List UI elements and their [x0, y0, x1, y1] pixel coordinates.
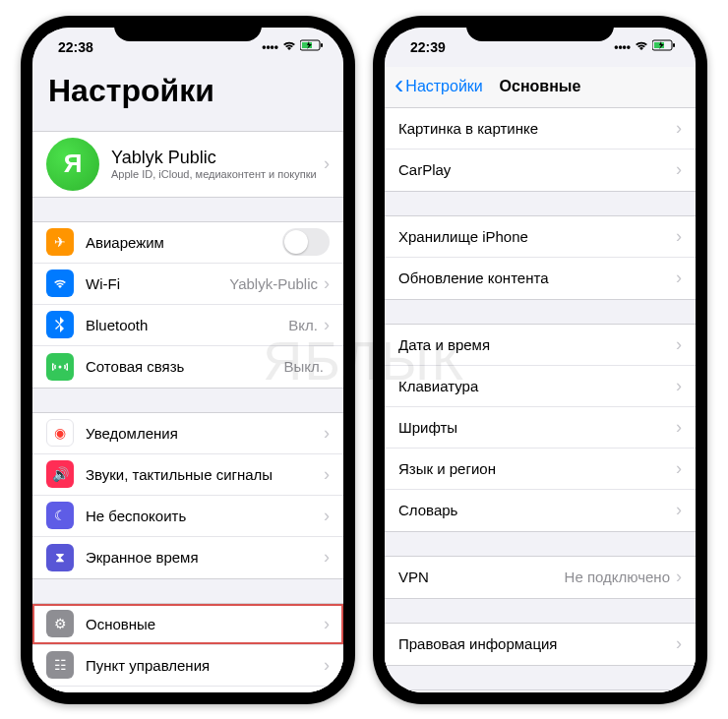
- row-carplay[interactable]: CarPlay ›: [385, 150, 696, 191]
- general-list[interactable]: Картинка в картинке › CarPlay › Хранилищ…: [385, 108, 696, 692]
- row-lang[interactable]: Язык и регион ›: [385, 449, 696, 490]
- profile-sub: Apple ID, iCloud, медиаконтент и покупки: [111, 168, 324, 180]
- svg-rect-7: [673, 43, 675, 47]
- chevron-icon: ›: [324, 547, 330, 568]
- row-bluetooth[interactable]: Bluetooth Вкл. ›: [32, 305, 343, 346]
- row-reset[interactable]: Сброс ›: [385, 690, 696, 692]
- chevron-icon: ›: [676, 376, 682, 396]
- chevron-icon: ›: [676, 159, 682, 180]
- chevron-icon: ›: [676, 567, 682, 587]
- label: Сотовая связь: [86, 358, 284, 375]
- group-pip: Картинка в картинке › CarPlay ›: [385, 108, 696, 192]
- chevron-icon: ›: [324, 464, 330, 485]
- chevron-icon: ›: [324, 315, 330, 335]
- chevron-icon: ›: [676, 417, 682, 438]
- group-reset: Сброс › Выключить: [385, 689, 696, 692]
- screen-left: 22:38 •••• Настройки Я Yablyk Public App…: [32, 28, 343, 692]
- chevron-icon: ›: [676, 500, 682, 520]
- row-apple-id[interactable]: Я Yablyk Public Apple ID, iCloud, медиак…: [32, 132, 343, 197]
- row-sounds[interactable]: 🔊 Звуки, тактильные сигналы ›: [32, 454, 343, 496]
- label: Основные: [86, 616, 324, 632]
- label: Язык и регион: [398, 460, 676, 477]
- label: Клавиатура: [398, 378, 676, 394]
- row-notifications[interactable]: ◉ Уведомления ›: [32, 413, 343, 454]
- row-cellular[interactable]: Сотовая связь Выкл.: [32, 346, 343, 388]
- row-refresh[interactable]: Обновление контента ›: [385, 258, 696, 299]
- group-general: ⚙ Основные › ☷ Пункт управления › AA Экр…: [32, 603, 343, 692]
- label: CarPlay: [398, 161, 676, 178]
- chevron-icon: ›: [676, 458, 682, 479]
- nav-bar: Настройки Основные: [385, 67, 696, 108]
- switches-icon: ☷: [46, 651, 74, 679]
- group-legal: Правовая информация ›: [385, 623, 696, 666]
- screentime-icon: ⧗: [46, 544, 74, 571]
- dnd-icon: ☾: [46, 502, 74, 529]
- profile-name: Yablyk Public: [111, 148, 324, 168]
- group-network: ✈ Авиарежим Wi-Fi Yablyk-Public ›: [32, 221, 343, 389]
- chevron-icon: ›: [324, 655, 330, 676]
- group-notify: ◉ Уведомления › 🔊 Звуки, тактильные сигн…: [32, 412, 343, 579]
- label: Звуки, тактильные сигналы: [86, 466, 324, 483]
- row-screentime[interactable]: ⧗ Экранное время ›: [32, 537, 343, 578]
- chevron-icon: ›: [324, 614, 330, 634]
- back-button[interactable]: Настройки: [389, 78, 483, 95]
- row-dnd[interactable]: ☾ Не беспокоить ›: [32, 496, 343, 537]
- battery-icon: [652, 39, 676, 54]
- battery-icon: [300, 39, 324, 54]
- row-airplane[interactable]: ✈ Авиарежим: [32, 222, 343, 264]
- chevron-icon: ›: [676, 268, 682, 288]
- bluetooth-icon: [46, 311, 74, 338]
- avatar: Я: [46, 138, 99, 191]
- value: Выкл.: [284, 358, 324, 375]
- row-control-center[interactable]: ☷ Пункт управления ›: [32, 645, 343, 687]
- row-dict[interactable]: Словарь ›: [385, 490, 696, 531]
- svg-rect-1: [321, 43, 323, 47]
- group-vpn: VPN Не подключено ›: [385, 556, 696, 599]
- signal-icon: ••••: [262, 40, 278, 54]
- phone-right: 22:39 •••• Настройки Основные Картинка в…: [373, 16, 707, 704]
- chevron-icon: ›: [324, 153, 330, 174]
- notch: [114, 16, 262, 41]
- group-storage: Хранилище iPhone › Обновление контента ›: [385, 215, 696, 300]
- settings-list[interactable]: Я Yablyk Public Apple ID, iCloud, медиак…: [32, 117, 343, 692]
- row-display[interactable]: AA Экран и яркость ›: [32, 687, 343, 692]
- label: Словарь: [398, 502, 676, 518]
- back-label: Настройки: [405, 78, 482, 95]
- label: Bluetooth: [86, 317, 288, 333]
- chevron-icon: ›: [676, 334, 682, 355]
- label: Экранное время: [86, 549, 324, 566]
- row-vpn[interactable]: VPN Не подключено ›: [385, 557, 696, 598]
- row-date[interactable]: Дата и время ›: [385, 325, 696, 366]
- row-keyboard[interactable]: Клавиатура ›: [385, 366, 696, 407]
- label: Дата и время: [398, 336, 676, 353]
- row-storage[interactable]: Хранилище iPhone ›: [385, 216, 696, 258]
- row-fonts[interactable]: Шрифты ›: [385, 407, 696, 449]
- row-pip[interactable]: Картинка в картинке ›: [385, 108, 696, 150]
- chevron-icon: ›: [676, 118, 682, 139]
- airplane-icon: ✈: [46, 228, 74, 256]
- row-general[interactable]: ⚙ Основные ›: [32, 604, 343, 645]
- row-legal[interactable]: Правовая информация ›: [385, 624, 696, 665]
- label: Уведомления: [86, 425, 324, 442]
- airplane-toggle[interactable]: [282, 228, 330, 256]
- label: Авиарежим: [86, 234, 282, 251]
- row-wifi[interactable]: Wi-Fi Yablyk-Public ›: [32, 264, 343, 305]
- notifications-icon: ◉: [46, 419, 74, 447]
- chevron-icon: ›: [676, 226, 682, 247]
- cellular-icon: [46, 353, 74, 381]
- status-indicators: ••••: [262, 39, 324, 54]
- signal-icon: ••••: [614, 40, 631, 54]
- label: Шрифты: [398, 419, 676, 436]
- chevron-icon: ›: [676, 633, 682, 654]
- status-indicators: ••••: [614, 39, 676, 54]
- phone-left: 22:38 •••• Настройки Я Yablyk Public App…: [21, 16, 355, 704]
- gear-icon: ⚙: [46, 610, 74, 637]
- label: Пункт управления: [86, 657, 324, 674]
- wifi-icon: [282, 40, 296, 54]
- value: Yablyk-Public: [229, 275, 318, 292]
- label: VPN: [398, 569, 565, 585]
- wifi-icon: [46, 270, 74, 297]
- screen-right: 22:39 •••• Настройки Основные Картинка в…: [385, 28, 696, 692]
- label: Правовая информация: [398, 635, 676, 652]
- notch: [466, 16, 614, 41]
